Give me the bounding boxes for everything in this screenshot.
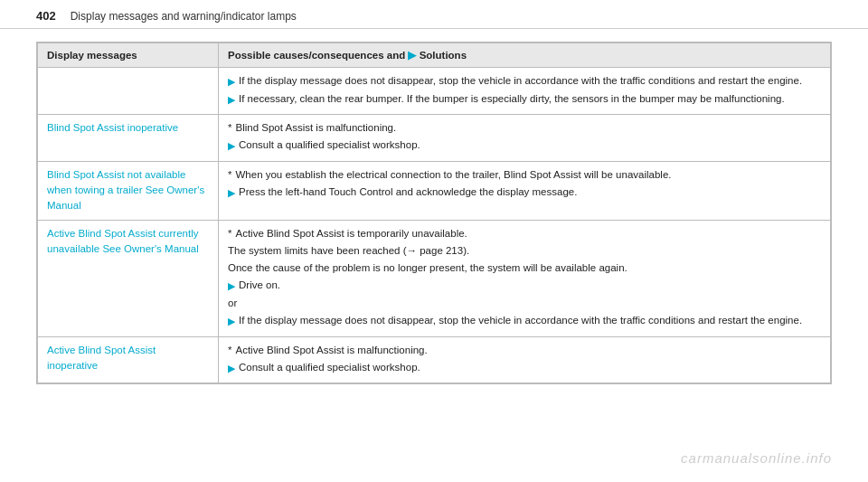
table-row: ▶If the display message does not disappe… [38, 68, 831, 115]
asterisk-icon: * [228, 345, 231, 355]
table-row: Blind Spot Assist not available when tow… [38, 161, 831, 220]
table-row: Active Blind Spot Assist currently unava… [38, 220, 831, 336]
page-number: 402 [36, 9, 56, 23]
bullet-arrow-icon: ▶ [228, 185, 235, 201]
asterisk-icon: * [228, 169, 231, 180]
bullet-text: Drive on. [239, 278, 280, 293]
solution-cell: *Blind Spot Assist is malfunctioning.▶Co… [219, 115, 831, 162]
bullet-text: Press the left-hand Touch Control and ac… [239, 184, 577, 200]
content-text: Once the cause of the problem is no long… [228, 260, 821, 276]
bullet-item: ▶If the display message does not disappe… [228, 73, 821, 90]
display-message-cell: Active Blind Spot Assist currently unava… [38, 220, 219, 336]
display-message-cell: Active Blind Spot Assist inoperative [38, 336, 219, 383]
bullet-arrow-icon: ▶ [228, 314, 235, 329]
page-title: Display messages and warning/indicator l… [71, 10, 297, 23]
watermark: carmanualsonline.info [681, 450, 832, 466]
bullet-arrow-icon: ▶ [228, 279, 235, 294]
asterisk-icon: * [228, 122, 231, 133]
solution-cell: *Active Blind Spot Assist is temporarily… [219, 220, 831, 336]
bullet-text: If necessary, clean the rear bumper. If … [239, 91, 785, 107]
bullet-item: ▶Consult a qualified specialist workshop… [228, 360, 821, 376]
bullet-text: If the display message does not disappea… [239, 73, 802, 89]
bullet-item: ▶If the display message does not disappe… [228, 313, 821, 329]
bullet-arrow-icon: ▶ [228, 138, 235, 154]
bullet-arrow-icon: ▶ [228, 361, 235, 376]
bullet-arrow-icon: ▶ [228, 74, 235, 90]
bullet-item: ▶Consult a qualified specialist workshop… [228, 137, 821, 154]
table-container: Display messages Possible causes/consequ… [36, 42, 832, 384]
content-text: *When you establish the electrical conne… [228, 167, 821, 183]
bullet-item: ▶Drive on. [228, 278, 821, 294]
col-header-display-messages: Display messages [38, 43, 219, 68]
display-message-cell: Blind Spot Assist inoperative [38, 115, 219, 162]
bullet-item: ▶If necessary, clean the rear bumper. If… [228, 91, 821, 108]
display-message-cell: Blind Spot Assist not available when tow… [38, 161, 219, 220]
or-separator: or [228, 296, 821, 311]
display-message-cell [38, 68, 219, 115]
bullet-text: Consult a qualified specialist workshop. [239, 137, 420, 153]
bullet-item: ▶Press the left-hand Touch Control and a… [228, 184, 821, 201]
content-text: The system limits have been reached (→ p… [228, 243, 821, 259]
solution-cell: *When you establish the electrical conne… [219, 161, 831, 220]
solution-cell: *Active Blind Spot Assist is malfunction… [219, 336, 831, 383]
bullet-text: If the display message does not disappea… [239, 313, 802, 328]
solutions-arrow-header: ▶ [408, 50, 416, 61]
bullet-text: Consult a qualified specialist workshop. [239, 360, 420, 375]
content-text: *Blind Spot Assist is malfunctioning. [228, 120, 821, 136]
table-row: Blind Spot Assist inoperative*Blind Spot… [38, 115, 831, 162]
col-header-solutions: Possible causes/consequences and ▶ Solut… [219, 43, 831, 68]
content-text: *Active Blind Spot Assist is malfunction… [228, 343, 821, 358]
bullet-arrow-icon: ▶ [228, 92, 235, 108]
solution-cell: ▶If the display message does not disappe… [219, 68, 831, 115]
page-header: 402 Display messages and warning/indicat… [0, 0, 868, 29]
asterisk-icon: * [228, 228, 231, 239]
table-row: Active Blind Spot Assist inoperative*Act… [38, 336, 831, 383]
content-text: *Active Blind Spot Assist is temporarily… [228, 226, 821, 241]
